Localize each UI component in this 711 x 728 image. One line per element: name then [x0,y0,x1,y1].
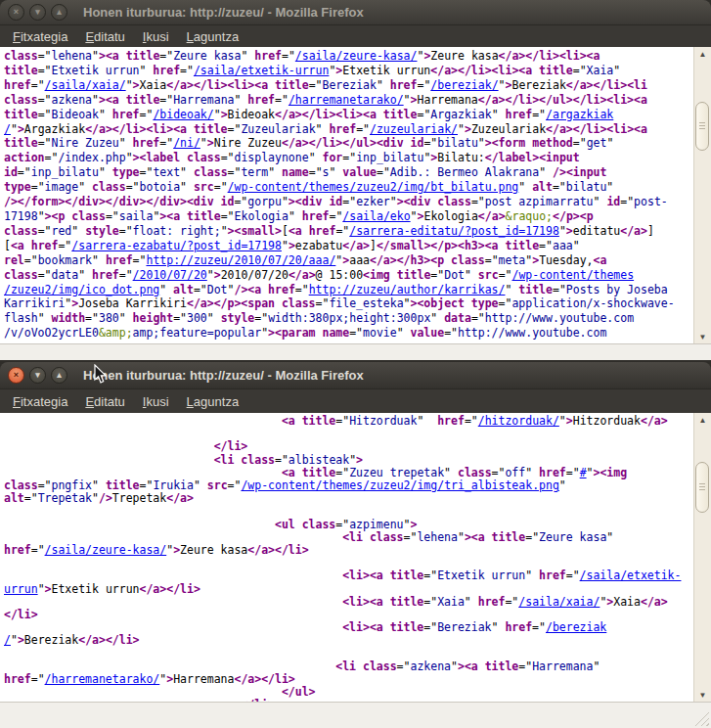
scroll-down-icon[interactable]: ▼ [694,330,711,344]
menubar: FitxategiaEditatuIkusiLaguntza [0,25,711,47]
code-line: href="/saila/xaia/">Xaia</a></li><li><a … [4,78,707,93]
code-line: title="Bideoak" href="/bideoak/">Bideoak… [4,108,707,122]
code-line: id="inp_bilatu" type="text" class="term"… [4,165,707,180]
code-line: class="red" style="float: right;"><small… [4,224,707,239]
code-line: action="/index.php"><label class="displa… [4,151,707,165]
code-line: Karrikiri">Joseba Karrikiri</a></p><span… [4,296,707,311]
window-controls: × ▾ ▴ [8,4,67,21]
code-line: /></form></div></div></div><div id="gorp… [4,195,707,209]
code-line: title="Etxetik urrun" href="/saila/etxet… [4,64,707,78]
window-controls: × ▾ ▴ [8,367,67,384]
scrollbar-grip-icon [699,122,705,130]
menu-item-fitxategia[interactable]: Fitxategia [4,27,76,46]
viewsource-window-bottom: × ▾ ▴ Honen iturburua: http://zuzeu/ - M… [0,362,711,728]
source-view: class="lehena"><a title="Zeure kasa" hre… [0,47,711,344]
minimize-icon[interactable]: ▾ [29,4,46,21]
vertical-scrollbar[interactable]: ▲ ▼ [693,413,711,703]
vertical-scrollbar[interactable]: ▲ ▼ [693,47,711,344]
code-line: class="data" href="/2010/07/20">2010/07/… [4,268,707,283]
code-line: 17198"><p class="saila"><a title="Ekolog… [4,209,707,224]
code-line: type="image" class="botoia" src="/wp-con… [4,180,707,195]
code-line: /zuzeu2/img/ico_dot.png" alt="Dot"/><a h… [4,283,707,297]
titlebar[interactable]: × ▾ ▴ Honen iturburua: http://zuzeu/ - M… [0,0,711,25]
close-icon[interactable]: × [8,4,24,21]
maximize-icon[interactable]: ▴ [51,4,67,21]
scroll-up-icon[interactable]: ▲ [694,47,711,62]
menu-item-editatu[interactable]: Editatu [76,392,133,411]
menu-item-fitxategia[interactable]: Fitxategia [4,392,76,411]
maximize-icon[interactable]: ▴ [51,367,67,384]
status-bar [0,702,711,728]
titlebar[interactable]: × ▾ ▴ Honen iturburua: http://zuzeu/ - M… [0,362,711,389]
scrollbar-thumb[interactable] [695,462,709,513]
source-view: <a title="Hitzorduak" href="/hitzorduak/… [0,413,711,703]
menu-item-laguntza[interactable]: Laguntza [178,392,248,411]
close-icon[interactable]: × [8,367,24,384]
menu-item-laguntza[interactable]: Laguntza [178,27,248,46]
code-line: alt="Trepetak"/>Trepetak</a> [4,492,707,505]
source-code: class="lehena"><a title="Zeure kasa" hre… [0,47,711,341]
window-title: Honen iturburua: http://zuzeu/ - Mozilla… [83,5,364,20]
menu-item-ikusi[interactable]: Ikusi [134,392,178,411]
menu-item-ikusi[interactable]: Ikusi [134,27,178,46]
menubar: FitxategiaEditatuIkusiLaguntza [0,389,711,413]
menu-item-editatu[interactable]: Editatu [76,27,133,46]
code-line: /v/oVoO2ycrLE0&amp;amp;feature=popular">… [4,326,707,341]
status-bar [0,343,711,360]
code-line: /">Argazkiak</a></li><li><a title="Zuzeu… [4,122,707,137]
code-line: rel="bookmark" href="http://zuzeu/2010/0… [4,253,707,268]
code-line: <li><a title="Xaia" href="/saila/xaia/">… [4,596,707,609]
minimize-icon[interactable]: ▾ [29,367,46,384]
scrollbar-thumb[interactable] [695,102,709,151]
resize-grip-icon[interactable] [694,711,709,726]
code-line: title="Nire Zuzeu" href="/ni/">Nire Zuze… [4,136,707,151]
code-line: <a title="Hitzorduak" href="/hitzorduak/… [4,415,707,428]
scroll-up-icon[interactable]: ▲ [694,413,711,428]
scrollbar-grip-icon [699,483,705,491]
source-code: <a title="Hitzorduak" href="/hitzorduak/… [0,413,711,703]
window-title: Honen iturburua: http://zuzeu/ - Mozilla… [83,368,364,383]
code-line: class="azkena"><a title="Harremana" href… [4,93,707,108]
code-line: /">Bereziak</a></li> [4,634,707,647]
code-line: flash" width="380" height="300" style="w… [4,311,707,326]
code-line: class="lehena"><a title="Zeure kasa" hre… [4,49,707,64]
scroll-down-icon[interactable]: ▼ [694,688,711,703]
code-line: href="/saila/zeure-kasa/">Zeure kasa</a>… [4,544,707,557]
code-line: [<a href="/sarrera-ezabatu/?post_id=1719… [4,239,707,253]
viewsource-window-top: × ▾ ▴ Honen iturburua: http://zuzeu/ - M… [0,0,711,360]
